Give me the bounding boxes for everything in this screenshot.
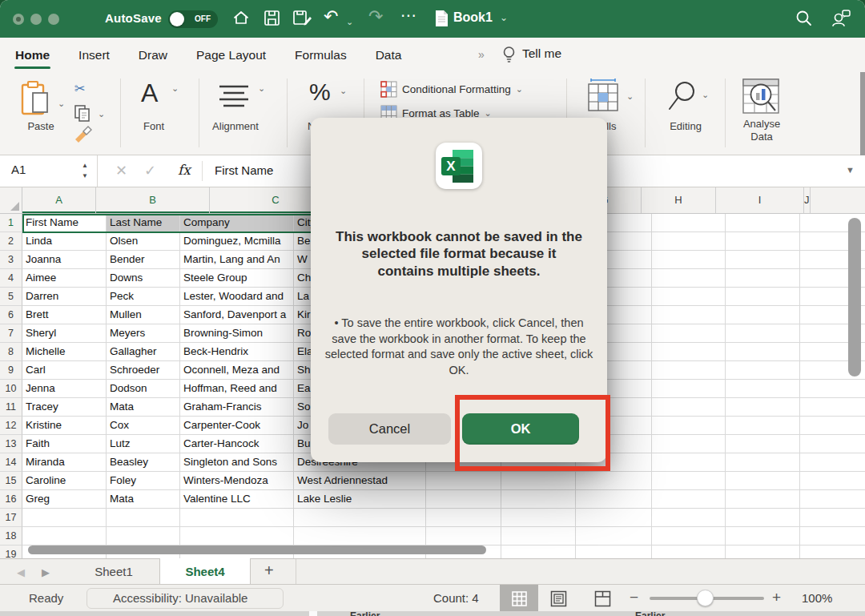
cell[interactable]: Brett	[22, 306, 107, 324]
editing-icon[interactable]	[666, 79, 699, 117]
column-header[interactable]: H	[642, 187, 716, 213]
font-icon[interactable]: A	[141, 79, 158, 108]
cell[interactable]	[800, 417, 865, 435]
cell[interactable]: Beasley	[107, 453, 180, 472]
page-layout-view-button[interactable]	[547, 585, 569, 612]
row-header[interactable]: 12	[0, 417, 22, 435]
select-all-corner[interactable]	[0, 187, 22, 213]
row-header[interactable]: 11	[0, 398, 22, 417]
cell[interactable]	[726, 361, 800, 380]
cell[interactable]: Gallagher	[107, 343, 180, 361]
cell[interactable]: Mata	[107, 398, 180, 417]
cell[interactable]	[501, 546, 576, 558]
cell[interactable]: Steele Group	[180, 269, 294, 288]
ribbon-tab[interactable]: Draw	[138, 38, 168, 72]
cell[interactable]: Carpenter-Cook	[180, 417, 294, 435]
cell[interactable]	[652, 380, 726, 398]
normal-view-button[interactable]	[500, 585, 538, 612]
cell[interactable]: Mullen	[107, 306, 180, 324]
analyse-data-icon[interactable]	[741, 78, 781, 119]
cell[interactable]: Company	[180, 214, 294, 232]
cell[interactable]: Bender	[107, 251, 180, 269]
cell[interactable]: Oconnell, Meza and	[180, 361, 294, 380]
more-commands-icon[interactable]: ⋯	[400, 5, 416, 26]
cell[interactable]	[726, 251, 800, 269]
cell[interactable]	[726, 343, 800, 361]
editing-chevron-icon[interactable]: ⌄	[702, 90, 709, 100]
cell[interactable]	[726, 527, 800, 546]
row-header[interactable]: 18	[0, 527, 22, 546]
document-title[interactable]: Book1	[453, 10, 493, 25]
tell-me[interactable]: Tell me	[522, 46, 561, 61]
save-as-icon[interactable]	[292, 8, 313, 29]
row-header[interactable]: 13	[0, 435, 22, 453]
home-icon[interactable]	[232, 8, 250, 29]
cell[interactable]	[22, 527, 107, 546]
row-header[interactable]: 6	[0, 306, 22, 324]
row-header[interactable]: 17	[0, 509, 22, 527]
ok-button[interactable]: OK	[462, 413, 579, 445]
cell[interactable]: Carter-Hancock	[180, 435, 294, 453]
cell[interactable]	[652, 343, 726, 361]
zoom-slider-knob[interactable]	[697, 590, 714, 606]
page-break-view-button[interactable]	[591, 585, 614, 612]
cell[interactable]: Hoffman, Reed and	[180, 380, 294, 398]
conditional-formatting-button[interactable]: Conditional Formatting ⌄	[380, 81, 523, 98]
zoom-in-button[interactable]: +	[772, 589, 781, 606]
cell[interactable]: Browning-Simon	[180, 324, 294, 343]
cell[interactable]	[652, 417, 726, 435]
cell[interactable]	[800, 490, 865, 509]
row-header[interactable]: 15	[0, 472, 22, 490]
minimize-window-button[interactable]	[30, 14, 42, 25]
cell[interactable]: Schroeder	[107, 361, 180, 380]
share-people-icon[interactable]	[830, 8, 852, 29]
cell[interactable]: Downs	[107, 269, 180, 288]
cell[interactable]: Caroline	[22, 472, 107, 490]
cell[interactable]	[726, 232, 800, 251]
cell[interactable]	[652, 361, 726, 380]
cell[interactable]	[726, 417, 800, 435]
cell[interactable]	[726, 324, 800, 343]
row-header[interactable]: 1	[0, 214, 22, 232]
cell[interactable]: Joanna	[22, 251, 107, 269]
cell[interactable]	[107, 527, 180, 546]
ribbon-tab[interactable]: Data	[375, 38, 403, 72]
name-box[interactable]: A1 ▲ ▼	[0, 155, 98, 187]
cell[interactable]	[726, 288, 800, 306]
zoom-out-button[interactable]: −	[630, 589, 638, 606]
vertical-scrollbar[interactable]	[848, 218, 861, 376]
cell[interactable]: Winters-Mendoza	[180, 472, 294, 490]
cell[interactable]	[426, 472, 501, 490]
cell[interactable]	[501, 472, 576, 490]
cell[interactable]	[652, 288, 726, 306]
cell[interactable]: Foley	[107, 472, 180, 490]
ribbon-tab[interactable]: Formulas	[294, 38, 348, 72]
font-chevron-icon[interactable]: ⌄	[171, 83, 179, 94]
cell[interactable]	[652, 527, 726, 546]
cell[interactable]: West Adriennestad	[294, 472, 426, 490]
cell[interactable]	[800, 527, 865, 546]
cells-icon[interactable]	[585, 79, 621, 117]
cell[interactable]	[107, 509, 180, 527]
copy-chevron-icon[interactable]: ⌄	[98, 109, 105, 119]
formula-content[interactable]: First Name	[215, 163, 273, 177]
format-painter-icon[interactable]	[72, 125, 95, 146]
row-header[interactable]: 9	[0, 361, 22, 380]
row-header[interactable]: 7	[0, 324, 22, 343]
autosave-toggle[interactable]: OFF	[168, 10, 218, 28]
next-sheet-icon[interactable]: ▶	[42, 566, 50, 578]
sheet-tab-sheet4[interactable]: Sheet4	[159, 558, 251, 585]
cell[interactable]	[426, 509, 501, 527]
sheet-tab-sheet1[interactable]: Sheet1	[68, 559, 159, 585]
cell[interactable]	[501, 490, 576, 509]
row-header[interactable]: 8	[0, 343, 22, 361]
cell[interactable]	[652, 435, 726, 453]
cell[interactable]	[800, 509, 865, 527]
cell[interactable]: Dodson	[107, 380, 180, 398]
stepper-down-icon[interactable]: ▼	[82, 171, 88, 181]
ribbon-tab[interactable]: Home	[14, 38, 50, 72]
cancel-button[interactable]: Cancel	[328, 413, 451, 445]
cell[interactable]: Sheryl	[22, 324, 107, 343]
cell[interactable]: Beck-Hendrix	[180, 343, 294, 361]
row-header[interactable]: 19	[0, 546, 22, 558]
